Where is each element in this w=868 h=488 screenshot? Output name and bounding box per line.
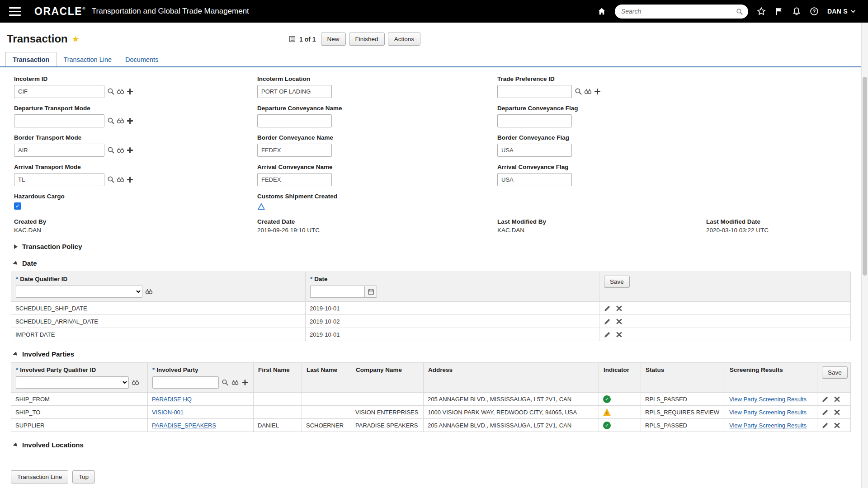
delete-x-icon[interactable] xyxy=(833,395,841,403)
tab-documents[interactable]: Documents xyxy=(118,52,165,66)
last-name-cell: SCHOERNER xyxy=(302,419,351,432)
add-plus-icon[interactable] xyxy=(126,146,134,154)
home-icon[interactable] xyxy=(597,7,606,16)
tab-transaction-line[interactable]: Transaction Line xyxy=(57,52,118,66)
hazardous-cargo-checkbox[interactable] xyxy=(14,202,21,210)
departure-conveyance-flag-input[interactable] xyxy=(497,114,572,127)
scrollbar-thumb[interactable] xyxy=(863,77,867,276)
add-plus-icon[interactable] xyxy=(241,379,249,386)
edit-pencil-icon[interactable] xyxy=(604,305,611,312)
edit-pencil-icon[interactable] xyxy=(821,408,829,416)
date-header: * Date xyxy=(306,272,599,302)
involved-party-input[interactable] xyxy=(152,376,219,389)
notifications-bell-icon[interactable] xyxy=(792,7,801,16)
departure-transport-mode-input[interactable] xyxy=(14,114,104,127)
arrival-conveyance-flag-input[interactable] xyxy=(497,173,572,186)
indicator-header: Indicator xyxy=(599,363,641,393)
date-save-button[interactable]: Save xyxy=(604,276,630,288)
border-conveyance-flag-input[interactable] xyxy=(497,144,572,157)
spacer xyxy=(497,193,850,211)
expand-triangle-icon[interactable] xyxy=(14,244,18,249)
edit-pencil-icon[interactable] xyxy=(821,422,829,429)
flag-icon[interactable] xyxy=(774,7,783,16)
party-link[interactable]: VISION-001 xyxy=(152,409,184,416)
parties-save-button[interactable]: Save xyxy=(822,366,848,379)
section-title-transaction-policy: Transaction Policy xyxy=(22,243,82,250)
tab-transaction[interactable]: Transaction xyxy=(5,52,57,66)
binoculars-icon[interactable] xyxy=(117,88,124,95)
help-icon[interactable] xyxy=(810,7,819,16)
topbar-actions: DAN S xyxy=(597,5,856,19)
collapse-triangle-icon[interactable] xyxy=(13,260,19,266)
search-lookup-icon[interactable] xyxy=(222,379,229,386)
arrival-conveyance-name-input[interactable] xyxy=(257,173,332,186)
search-input[interactable] xyxy=(615,5,748,19)
add-plus-icon[interactable] xyxy=(126,176,134,183)
delete-x-icon[interactable] xyxy=(615,305,623,312)
binoculars-icon[interactable] xyxy=(145,288,153,296)
date-table-header-row: * Date Qualifier ID * Date xyxy=(11,272,851,302)
indicator-cell xyxy=(599,406,641,419)
first-name-cell xyxy=(254,393,302,406)
party-qualifier-select[interactable] xyxy=(16,376,129,389)
screening-results-link[interactable]: View Party Screening Results xyxy=(729,396,807,403)
collapse-triangle-icon[interactable] xyxy=(13,442,19,448)
border-transport-mode-input[interactable] xyxy=(14,144,104,157)
border-conveyance-name-input[interactable] xyxy=(257,144,332,157)
departure-conveyance-name-label: Departure Conveyance Name xyxy=(257,105,497,112)
add-plus-icon[interactable] xyxy=(126,88,134,95)
edit-pencil-icon[interactable] xyxy=(604,331,611,338)
required-marker: * xyxy=(16,366,18,373)
delete-x-icon[interactable] xyxy=(833,408,841,416)
add-plus-icon[interactable] xyxy=(594,88,601,95)
search-icon[interactable] xyxy=(736,8,743,15)
date-value-cell: 2019-10-02 xyxy=(306,315,599,328)
date-qualifier-select[interactable] xyxy=(16,286,142,298)
new-button[interactable]: New xyxy=(321,33,346,46)
party-link[interactable]: PARADISE HQ xyxy=(152,396,192,403)
search-lookup-icon[interactable] xyxy=(107,146,115,154)
first-name-cell: DANIEL xyxy=(254,419,302,432)
favorite-star-icon[interactable] xyxy=(72,35,80,43)
trade-preference-id-input[interactable] xyxy=(497,85,572,98)
collapse-triangle-icon[interactable] xyxy=(13,351,19,357)
incoterm-id-input[interactable] xyxy=(14,85,104,98)
vertical-scrollbar[interactable] xyxy=(861,23,868,488)
edit-pencil-icon[interactable] xyxy=(821,395,829,403)
departure-conveyance-name-input[interactable] xyxy=(257,114,332,127)
finished-button[interactable]: Finished xyxy=(349,33,385,46)
favorites-star-icon[interactable] xyxy=(757,7,766,16)
delete-x-icon[interactable] xyxy=(615,331,623,338)
search-lookup-icon[interactable] xyxy=(107,117,115,125)
binoculars-icon[interactable] xyxy=(584,88,592,95)
binoculars-icon[interactable] xyxy=(117,176,124,183)
search-lookup-icon[interactable] xyxy=(575,88,582,95)
incoterm-location-input[interactable] xyxy=(257,85,332,98)
edit-pencil-icon[interactable] xyxy=(604,318,611,325)
user-menu[interactable]: DAN S xyxy=(827,8,856,15)
screening-results-link[interactable]: View Party Screening Results xyxy=(729,409,807,416)
first-name-header: First Name xyxy=(254,363,302,393)
date-table-row: SCHEDULED_SHIP_DATE 2019-10-01 xyxy=(11,302,851,315)
transaction-line-button[interactable]: Transaction Line xyxy=(11,470,68,483)
arrival-transport-mode-input[interactable] xyxy=(14,173,104,186)
menu-icon[interactable] xyxy=(9,7,21,16)
add-plus-icon[interactable] xyxy=(126,117,134,125)
binoculars-icon[interactable] xyxy=(117,146,124,154)
search-lookup-icon[interactable] xyxy=(107,88,115,95)
date-qualifier-cell: SCHEDULED_SHIP_DATE xyxy=(11,302,306,315)
search-lookup-icon[interactable] xyxy=(107,176,115,183)
delete-x-icon[interactable] xyxy=(615,318,623,325)
screening-results-link[interactable]: View Party Screening Results xyxy=(729,422,807,429)
top-button[interactable]: Top xyxy=(72,470,95,483)
binoculars-icon[interactable] xyxy=(132,379,139,386)
first-name-cell xyxy=(254,406,302,419)
binoculars-icon[interactable] xyxy=(117,117,124,125)
delete-x-icon[interactable] xyxy=(833,422,841,429)
party-link[interactable]: PARADISE_SPEAKERS xyxy=(152,422,216,429)
actions-button[interactable]: Actions xyxy=(388,33,420,46)
binoculars-icon[interactable] xyxy=(231,379,239,386)
calendar-button[interactable] xyxy=(364,286,377,298)
date-input[interactable] xyxy=(310,286,364,298)
created-by-label: Created By xyxy=(14,218,257,225)
